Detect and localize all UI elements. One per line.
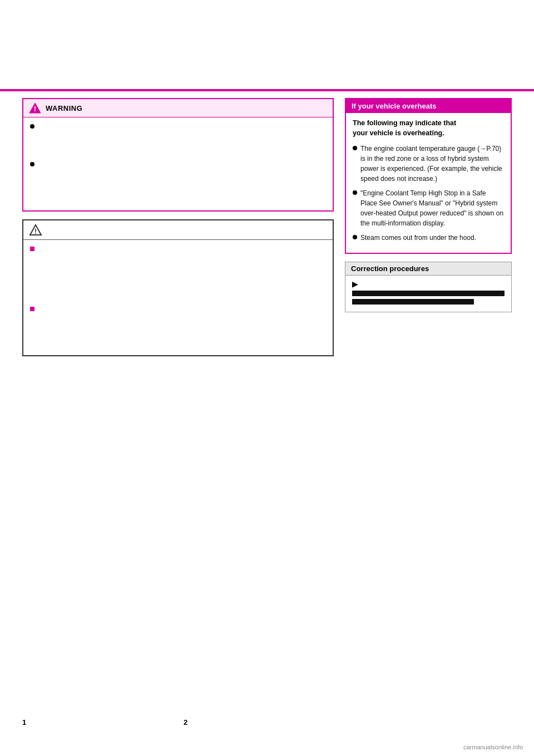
warning-bullet-2 xyxy=(30,160,326,202)
step-2-container: 2 xyxy=(184,718,334,750)
caution-body xyxy=(23,240,333,355)
square-dot-icon-2 xyxy=(30,307,34,311)
correction-arrow-icon: ▶ xyxy=(352,280,505,288)
correction-body: ▶ xyxy=(345,276,511,312)
overheats-bullet-3-text: Steam comes out from under the hood. xyxy=(360,233,476,243)
overheats-bullet-3: Steam comes out from under the hood. xyxy=(353,233,504,243)
caution-section-1 xyxy=(30,244,326,294)
step-2: 2 xyxy=(184,718,334,743)
step-1: 1 xyxy=(22,718,172,743)
steps-area: 1 2 xyxy=(0,712,534,756)
warning-box: ! WARNING xyxy=(22,98,334,212)
warning-bullet-1 xyxy=(30,122,326,155)
overheats-bullet-2-text: "Engine Coolant Temp High Stop in a Safe… xyxy=(360,188,504,228)
bullet-dot-icon xyxy=(353,235,357,239)
step-1-container: 1 xyxy=(22,718,172,750)
caution-box: ! xyxy=(22,219,334,356)
page: ! WARNING xyxy=(0,0,534,756)
correction-box: Correction procedures ▶ xyxy=(345,262,512,312)
warning-title: WARNING xyxy=(46,104,82,112)
caution-section-2 xyxy=(30,305,326,346)
warning-body xyxy=(23,117,333,210)
left-column: ! WARNING xyxy=(22,98,334,705)
bullet-dot-icon xyxy=(30,124,34,129)
bullet-dot-icon xyxy=(353,146,357,150)
warning-header: ! WARNING xyxy=(23,99,333,117)
overheats-bullet-2: "Engine Coolant Temp High Stop in a Safe… xyxy=(353,188,504,228)
bullet-dot-icon xyxy=(30,162,34,166)
step-2-number: 2 xyxy=(184,718,192,726)
correction-header: Correction procedures xyxy=(345,262,511,276)
caution-triangle-icon: ! xyxy=(29,224,42,236)
overheats-box: If your vehicle overheats The following … xyxy=(345,98,512,254)
square-dot-icon xyxy=(30,247,34,251)
content-area: ! WARNING xyxy=(0,91,534,712)
correction-content xyxy=(352,291,505,305)
overheats-bullet-1-text: The engine coolant temperature gauge (→P… xyxy=(360,144,504,184)
overheats-header: If your vehicle overheats xyxy=(346,99,511,113)
bullet-dot-icon xyxy=(353,190,357,195)
svg-text:!: ! xyxy=(34,105,36,113)
svg-text:!: ! xyxy=(34,228,37,235)
overheats-body: The following may indicate that your veh… xyxy=(346,113,511,253)
footer-logo: carmanualsonline.info xyxy=(463,744,523,750)
overheats-intro: The following may indicate that your veh… xyxy=(353,119,504,138)
step-1-number: 1 xyxy=(22,718,31,726)
warning-triangle-icon: ! xyxy=(29,102,41,114)
overheats-bullet-1: The engine coolant temperature gauge (→P… xyxy=(353,144,504,184)
caution-header: ! xyxy=(23,220,333,240)
right-column: If your vehicle overheats The following … xyxy=(345,98,512,705)
